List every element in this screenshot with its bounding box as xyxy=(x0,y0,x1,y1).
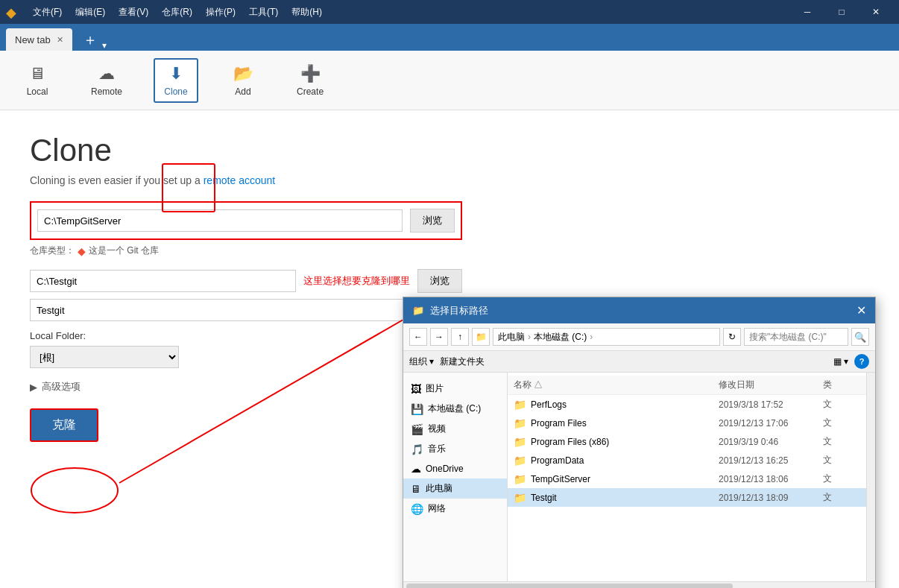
local-folder-select[interactable]: [根] xyxy=(30,346,179,368)
advanced-arrow-icon: ▶ xyxy=(30,382,37,393)
new-folder-button[interactable]: 新建文件夹 xyxy=(440,355,485,368)
dest-browse-button[interactable]: 浏览 xyxy=(417,269,462,293)
nav-folder-button[interactable]: 📁 xyxy=(472,328,490,346)
toolbar-local[interactable]: 🖥 Local xyxy=(15,60,60,101)
sidebar-local-disk[interactable]: 💾 本地磁盘 (C:) xyxy=(403,399,507,419)
breadcrumb-bar: 此电脑 › 本地磁盘 (C:) › xyxy=(493,328,720,346)
file-dialog-sidebar: 🖼 图片 💾 本地磁盘 (C:) 🎬 视频 🎵 音乐 ☁ OneDr xyxy=(403,373,508,581)
clone-label: Clone xyxy=(164,86,187,97)
nav-up-button[interactable]: ↑ xyxy=(451,328,469,346)
sidebar-music[interactable]: 🎵 音乐 xyxy=(403,439,507,459)
menu-actions[interactable]: 操作(P) xyxy=(200,3,242,22)
organize-button[interactable]: 组织 ▾ xyxy=(409,355,434,368)
file-dialog-body: 🖼 图片 💾 本地磁盘 (C:) 🎬 视频 🎵 音乐 ☁ OneDr xyxy=(403,373,875,581)
add-icon: 📂 xyxy=(233,64,253,83)
source-browse-button[interactable]: 浏览 xyxy=(410,209,455,233)
videos-icon: 🎬 xyxy=(411,423,423,435)
pictures-icon: 🖼 xyxy=(411,383,421,395)
dest-input[interactable] xyxy=(30,270,296,292)
minimize-button[interactable]: ─ xyxy=(790,0,824,24)
file-dialog-toolbar: 组织 ▾ 新建文件夹 ▦ ▾ ? xyxy=(403,351,875,373)
source-url-input[interactable] xyxy=(37,209,403,232)
git-icon: ◆ xyxy=(78,245,86,257)
view-button[interactable]: ▦ ▾ xyxy=(833,356,848,367)
maximize-button[interactable]: □ xyxy=(824,0,859,24)
dest-row: 这里选择想要克隆到哪里 浏览 xyxy=(30,269,462,293)
menu-edit[interactable]: 编辑(E) xyxy=(69,3,111,22)
create-icon: ➕ xyxy=(300,64,321,83)
main-content: Clone Cloning is even easier if you set … xyxy=(0,110,899,588)
file-row-programfiles[interactable]: 📁Program Files 2019/12/13 17:06 文 xyxy=(508,414,866,432)
tab-bar: New tab ✕ ＋ ▾ xyxy=(0,24,899,51)
clone-icon: ⬇ xyxy=(169,64,183,83)
create-label: Create xyxy=(297,86,324,97)
toolbar: 🖥 Local ☁ Remote ⬇ Clone 📂 Add ➕ Create xyxy=(0,51,899,110)
remote-icon: ☁ xyxy=(98,64,115,83)
nav-refresh-button[interactable]: ↻ xyxy=(723,328,741,346)
folder-icon-selected: 📁 xyxy=(514,492,526,504)
file-row-tempgitserver[interactable]: 📁TempGitServer 2019/12/13 18:06 文 xyxy=(508,470,866,488)
network-icon: 🌐 xyxy=(411,503,423,515)
app-logo: ◆ xyxy=(6,4,21,19)
search-icon-button[interactable]: 🔍 xyxy=(851,328,869,346)
folder-icon: 📁 xyxy=(514,455,526,467)
onedrive-icon: ☁ xyxy=(411,463,421,475)
file-dialog: 📁 选择目标路径 ✕ ← → ↑ 📁 此电脑 › 本地磁盘 (C:) › ↻ 🔍… xyxy=(403,297,876,588)
scrollbar[interactable] xyxy=(866,373,875,581)
remote-account-link[interactable]: remote account xyxy=(204,174,276,186)
menu-repo[interactable]: 仓库(R) xyxy=(156,3,198,22)
col-name[interactable]: 名称 △ xyxy=(514,379,719,391)
titlebar: ◆ 文件(F) 编辑(E) 查看(V) 仓库(R) 操作(P) 工具(T) 帮助… xyxy=(0,0,899,24)
dest-annotation: 这里选择想要克隆到哪里 xyxy=(303,274,410,288)
tab-new[interactable]: New tab ✕ xyxy=(6,28,72,51)
col-type: 类 xyxy=(823,379,860,391)
file-row-perflogs[interactable]: 📁PerfLogs 2019/3/18 17:52 文 xyxy=(508,395,866,414)
file-row-testgit[interactable]: 📁Testgit 2019/12/13 18:09 文 xyxy=(508,488,866,507)
nav-forward-button[interactable]: → xyxy=(430,328,448,346)
local-icon: 🖥 xyxy=(29,64,45,83)
music-icon: 🎵 xyxy=(411,443,423,455)
horizontal-scrollbar[interactable] xyxy=(403,581,875,588)
help-button[interactable]: ? xyxy=(854,354,869,369)
svg-point-2 xyxy=(31,468,118,513)
subtitle: Cloning is even easier if you set up a r… xyxy=(30,174,869,186)
menu-tools[interactable]: 工具(T) xyxy=(243,3,284,22)
file-list-header: 名称 △ 修改日期 类 xyxy=(508,376,866,395)
clone-button[interactable]: 克隆 xyxy=(30,408,98,442)
window-controls: ─ □ ✕ xyxy=(790,0,893,24)
nav-back-button[interactable]: ← xyxy=(409,328,427,346)
menu-help[interactable]: 帮助(H) xyxy=(286,3,328,22)
new-tab-button[interactable]: ＋ xyxy=(78,28,102,51)
menu-file[interactable]: 文件(F) xyxy=(27,3,68,22)
this-pc-icon: 🖥 xyxy=(411,483,421,495)
file-row-programfilesx86[interactable]: 📁Program Files (x86) 2019/3/19 0:46 文 xyxy=(508,432,866,451)
sidebar-videos[interactable]: 🎬 视频 xyxy=(403,419,507,439)
file-dialog-titlebar: 📁 选择目标路径 ✕ xyxy=(403,297,875,323)
dialog-folder-icon: 📁 xyxy=(412,305,424,316)
tab-close-icon[interactable]: ✕ xyxy=(57,35,63,45)
menu-view[interactable]: 查看(V) xyxy=(113,3,154,22)
sidebar-this-pc[interactable]: 🖥 此电脑 xyxy=(403,478,507,499)
close-button[interactable]: ✕ xyxy=(859,0,893,24)
name-input[interactable] xyxy=(30,299,432,321)
sidebar-onedrive[interactable]: ☁ OneDrive xyxy=(403,459,507,478)
toolbar-remote[interactable]: ☁ Remote xyxy=(82,60,131,101)
toolbar-clone[interactable]: ⬇ Clone xyxy=(154,58,198,103)
file-row-programdata[interactable]: 📁ProgramData 2019/12/13 16:25 文 xyxy=(508,451,866,470)
tab-dropdown-icon[interactable]: ▾ xyxy=(102,40,107,51)
toolbar-add[interactable]: 📂 Add xyxy=(221,60,265,101)
folder-icon: 📁 xyxy=(514,473,526,485)
toolbar-create[interactable]: ➕ Create xyxy=(288,60,332,101)
search-input[interactable] xyxy=(744,328,848,346)
folder-icon: 📁 xyxy=(514,399,526,411)
local-label: Local xyxy=(27,86,48,97)
sidebar-pictures[interactable]: 🖼 图片 xyxy=(403,379,507,399)
remote-label: Remote xyxy=(91,86,122,97)
source-url-section: 浏览 xyxy=(30,201,462,240)
dialog-title: 选择目标路径 xyxy=(430,304,488,317)
sidebar-network[interactable]: 🌐 网络 xyxy=(403,499,507,519)
folder-icon: 📁 xyxy=(514,417,526,429)
tab-label: New tab xyxy=(15,34,51,45)
col-date[interactable]: 修改日期 xyxy=(719,379,823,391)
dialog-close-button[interactable]: ✕ xyxy=(857,303,866,317)
